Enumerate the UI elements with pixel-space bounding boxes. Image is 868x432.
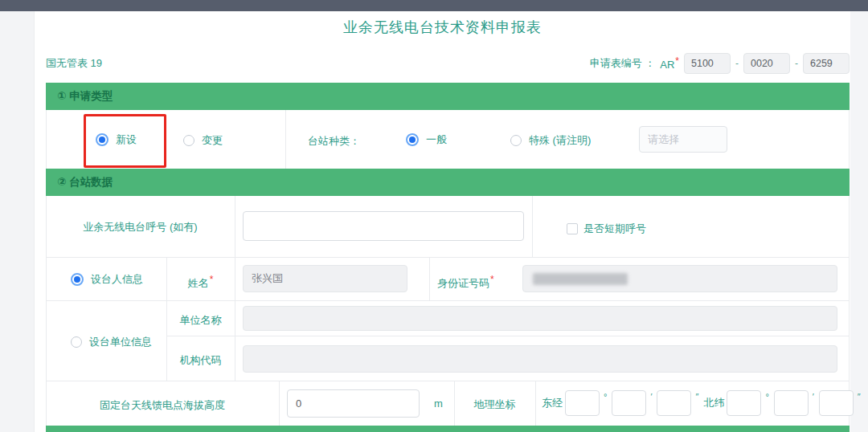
app-no-segment-2: 0020: [743, 53, 790, 74]
second-symbol: ″: [858, 392, 861, 401]
cell-divider: [532, 196, 533, 257]
segment-dash: -: [735, 58, 739, 69]
radio-unit-info[interactable]: [71, 336, 82, 348]
station-kind-label: 台站种类：: [308, 134, 360, 149]
radio-group-special[interactable]: 特殊 (请注明): [510, 133, 591, 148]
radio-special[interactable]: [510, 135, 522, 146]
cell-divider: [285, 110, 286, 169]
altitude-label: 固定台天线馈电点海拔高度: [46, 398, 279, 413]
radio-unit-label: 设台单位信息: [89, 335, 152, 349]
radio-special-label: 特殊 (请注明): [529, 133, 591, 148]
cell-divider: [535, 381, 536, 426]
required-asterisk: *: [675, 55, 679, 67]
longitude-minute-input[interactable]: [612, 390, 646, 416]
radio-group-change[interactable]: 变更: [183, 133, 223, 148]
short-term-checkbox[interactable]: [567, 223, 578, 234]
geo-coordinates-label: 地理坐标: [454, 397, 535, 412]
app-no-segment-1: 5100: [684, 53, 731, 74]
second-symbol: ″: [695, 392, 698, 401]
special-type-select: [639, 126, 727, 153]
radio-change-label: 变更: [202, 133, 223, 148]
application-number-label: 申请表编号 ：: [590, 56, 656, 71]
degree-symbol: °: [604, 392, 607, 401]
cell-divider: [235, 257, 235, 300]
unit-name-label: 单位名称: [166, 313, 235, 328]
app-no-segment-3: 6259: [803, 53, 850, 74]
table-border: [46, 110, 47, 169]
page-title: 业余无线电台技术资料申报表: [35, 18, 850, 37]
radio-group-person[interactable]: 设台人信息: [71, 272, 143, 287]
short-term-label: 是否短期呼号: [583, 222, 646, 236]
cell-divider: [235, 196, 235, 257]
north-latitude-label: 北纬: [703, 396, 724, 410]
cell-divider: [166, 300, 167, 381]
coordinates-group: 东经 ° ′ ″ 北纬 ° ′ ″: [542, 390, 863, 416]
radio-general-label: 一般: [426, 132, 447, 147]
degree-symbol: °: [765, 392, 768, 401]
id-number-label: 身份证号码*: [437, 274, 494, 291]
cell-divider: [429, 257, 430, 300]
row-divider: [166, 336, 850, 336]
radio-new-label: 新设: [116, 132, 137, 147]
cell-divider: [279, 381, 280, 426]
next-section-header-strip: [46, 426, 850, 432]
section-header-application-type: ① 申请类型: [46, 83, 850, 110]
browser-top-bar: [0, 0, 868, 11]
form-code-label: 国无管表 19: [46, 56, 102, 71]
application-number: 申请表编号 ： AR* 5100 - 0020 - 6259: [590, 53, 850, 74]
latitude-second-input[interactable]: [819, 390, 854, 416]
latitude-minute-input[interactable]: [774, 390, 809, 416]
radio-group-unit[interactable]: 设台单位信息: [71, 335, 152, 349]
segment-dash: -: [795, 58, 798, 69]
name-input: 张兴国: [243, 265, 407, 292]
unit-name-input: [243, 306, 837, 331]
section-header-station-data: ② 台站数据: [46, 169, 850, 196]
latitude-degree-input[interactable]: [727, 390, 761, 416]
radio-change[interactable]: [183, 135, 194, 146]
longitude-degree-input[interactable]: [565, 390, 600, 416]
redacted-id-value: [533, 273, 628, 285]
required-asterisk: *: [490, 274, 494, 285]
cell-divider: [235, 300, 235, 381]
table-border: [849, 110, 850, 169]
radio-general[interactable]: [406, 133, 419, 146]
radio-new[interactable]: [96, 133, 108, 146]
org-code-input: [243, 345, 837, 373]
short-term-checkbox-group[interactable]: 是否短期呼号: [567, 222, 646, 236]
radio-group-new[interactable]: 新设: [96, 132, 137, 147]
callsign-label: 业余无线电台呼号 (如有): [46, 220, 235, 234]
application-number-prefix: AR*: [660, 55, 679, 71]
name-label: 姓名*: [166, 274, 235, 291]
east-longitude-label: 东经: [542, 396, 563, 410]
altitude-input[interactable]: [287, 389, 420, 418]
radio-group-general[interactable]: 一般: [406, 132, 447, 147]
longitude-second-input[interactable]: [657, 390, 691, 416]
minute-symbol: ′: [650, 392, 652, 401]
altitude-unit-label: m: [434, 397, 443, 410]
callsign-input[interactable]: [243, 211, 524, 241]
radio-person-label: 设台人信息: [91, 272, 143, 287]
id-number-input: [522, 265, 837, 292]
required-asterisk: *: [210, 274, 214, 285]
row-divider: [46, 381, 850, 381]
left-sidebar: [0, 11, 35, 432]
org-code-label: 机构代码: [166, 353, 235, 368]
minute-symbol: ′: [813, 392, 814, 401]
radio-person-info[interactable]: [71, 273, 84, 286]
